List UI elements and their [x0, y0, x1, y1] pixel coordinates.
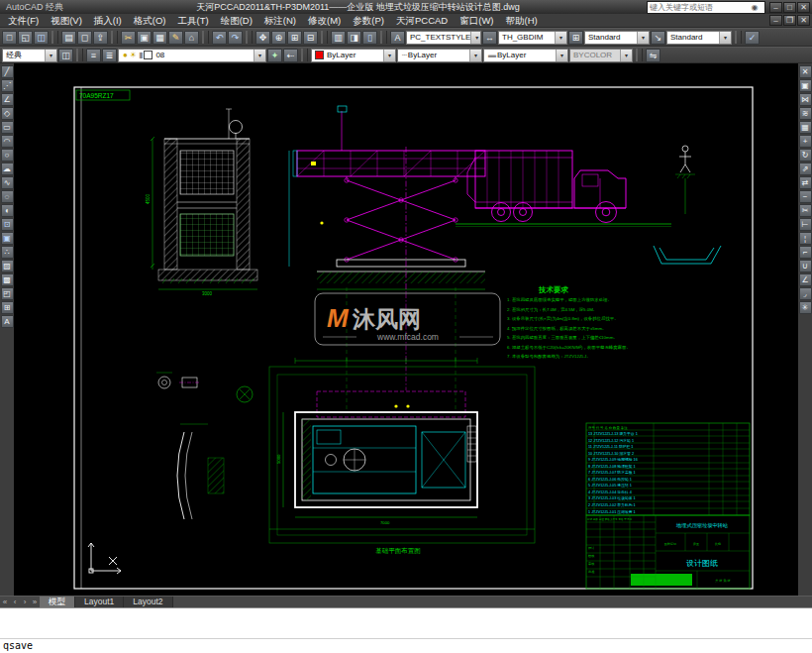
dim-plan-width[interactable]: 7000	[380, 520, 390, 525]
copy-icon[interactable]: ▣	[137, 31, 152, 45]
toolbar-grip[interactable]	[636, 49, 643, 61]
region-icon[interactable]: ◰	[1, 287, 14, 300]
tech-notes-title[interactable]: 技术要求	[538, 285, 569, 294]
layer-previous-icon[interactable]: ⇠	[283, 49, 298, 62]
markup-icon[interactable]: ✓	[745, 31, 760, 45]
join-icon[interactable]: ∪	[799, 260, 812, 272]
layer-freeze-icon[interactable]: ☀	[130, 51, 137, 59]
bom-row[interactable]: 6 JTZV12ZLJ-06 电控箱 1	[588, 477, 632, 482]
lengthen-icon[interactable]: −	[799, 190, 812, 203]
toolbar-grip[interactable]	[380, 31, 387, 44]
help-search-input[interactable]	[648, 3, 749, 12]
chevron-down-icon[interactable]: ▾	[383, 50, 395, 61]
dim-plan-depth[interactable]: 5000	[276, 454, 281, 464]
dim-style-icon[interactable]: ↔	[482, 31, 497, 45]
chevron-down-icon[interactable]: ▾	[719, 32, 731, 44]
toolbar-grip[interactable]	[76, 49, 83, 61]
linetype-combo[interactable]: ┄ ByLayer ▾	[397, 49, 482, 62]
zoom-window-icon[interactable]: ⊞	[287, 31, 302, 45]
chamfer-icon[interactable]: ∠	[799, 273, 812, 286]
weight-label[interactable]: 质量	[693, 542, 699, 546]
redo-icon[interactable]: ↷	[228, 31, 243, 45]
copy-object-icon[interactable]: ▣	[799, 79, 812, 92]
menu-item-format[interactable]: 格式(O)	[128, 14, 172, 28]
garbage-truck[interactable]	[456, 151, 671, 227]
bom-row[interactable]: 13 JTZV12ZLJ-13 提升平台 1	[588, 431, 638, 436]
detail-fittings[interactable]	[156, 373, 253, 402]
lineweight-combo[interactable]: ▬ ByLayer ▾	[483, 49, 568, 62]
layer-lock-icon[interactable]: ▮	[139, 51, 143, 59]
chevron-down-icon[interactable]: ▾	[254, 50, 265, 61]
close-button[interactable]: ✕	[797, 2, 810, 13]
bom-row[interactable]: 10 JTZV12ZLJ-10 排水管 2	[588, 451, 634, 456]
layer-properties-icon[interactable]: ≡	[86, 49, 101, 62]
toolbar-grip[interactable]	[735, 31, 742, 44]
polygon-icon[interactable]: ◇	[1, 107, 14, 120]
arc-icon[interactable]: ◠	[1, 135, 14, 148]
toolbar-grip[interactable]	[202, 31, 209, 44]
person-figure[interactable]	[675, 146, 695, 214]
chevron-down-icon[interactable]: ▾	[637, 32, 649, 44]
layer-combo[interactable]: ● ☀ ▮ 08 ▾	[118, 49, 266, 62]
minimize-button[interactable]: –	[769, 2, 782, 13]
tab-layout2[interactable]: Layout2	[124, 597, 172, 607]
menu-item-window[interactable]: 窗口(W)	[454, 14, 499, 28]
bom-row[interactable]: 3 JTZV12ZLJ-03 垃圾箱体 1	[588, 495, 636, 500]
make-layer-current-icon[interactable]: ✦	[267, 49, 282, 62]
tool-palettes-icon[interactable]: ▯	[362, 31, 377, 45]
bom-row[interactable]: 9 JTZV12ZLJ-09 地脚螺栓 16	[588, 457, 638, 462]
rectangle-icon[interactable]: ▭	[1, 121, 14, 134]
dim-elev-height[interactable]: 4500	[146, 193, 151, 204]
tech-note-line[interactable]: 3. 设备吊装尺寸(长×宽)为4m(含0.8m)，设备就位后找平。	[507, 316, 619, 322]
make-block-icon[interactable]: ▣	[1, 232, 14, 245]
chevron-down-icon[interactable]: ▾	[45, 50, 56, 61]
explode-icon[interactable]: ✳	[799, 301, 812, 314]
bom-table[interactable]: 序号 代 号 名 称 数量 备注 13 JTZV12ZLJ-13 提升平台 1 …	[586, 423, 750, 515]
extend-icon[interactable]: ⊢	[799, 218, 812, 231]
command-input[interactable]: qsave	[0, 639, 812, 653]
trim-icon[interactable]: ✂	[799, 204, 812, 217]
tech-note-line[interactable]: 5. 基坑内四壁垂直度：三面垂直测量，上下偏差≤10mm。	[507, 335, 618, 341]
doc-close-button[interactable]: ✕	[797, 15, 810, 26]
drawing-svg[interactable]: 70A95RZ17	[14, 63, 798, 596]
frame-label[interactable]: 70A95RZ17	[79, 92, 114, 99]
toolbar-grip[interactable]	[301, 49, 308, 61]
ellipse-arc-icon[interactable]: ◖	[1, 204, 14, 217]
pan-icon[interactable]: ✥	[255, 31, 270, 45]
layer-states-icon[interactable]: ≣	[102, 49, 117, 62]
menu-item-pccad[interactable]: 天河PCCAD	[390, 14, 454, 28]
mleader-style-icon[interactable]: ↘	[651, 31, 665, 45]
rotate-icon[interactable]: ↻	[799, 149, 812, 162]
menu-item-modify[interactable]: 修改(M)	[302, 14, 347, 28]
mleader-style-combo[interactable]: Standard ▾	[666, 31, 732, 45]
cut-icon[interactable]: ✂	[121, 31, 136, 45]
stage-label[interactable]: 阶段标记	[664, 542, 676, 546]
elevation-view[interactable]: 4500 3000	[146, 109, 257, 296]
scale-icon[interactable]: ⇗	[799, 163, 812, 175]
tech-note-line[interactable]: 4. 预埋件定位尺寸按图纸，标高误差不大于±5mm。	[507, 326, 606, 332]
tab-next-icon[interactable]: ›	[20, 597, 30, 607]
tech-note-line[interactable]: 1. 基坑四壁及底面须夯实整平，壁面上方做防水处理。	[507, 297, 612, 302]
plot-icon[interactable]: ▤	[61, 31, 76, 45]
command-history[interactable]	[0, 608, 812, 639]
block-editor-icon[interactable]: ⌂	[184, 31, 199, 45]
paste-icon[interactable]: ▦	[152, 31, 167, 45]
match-layer-icon[interactable]: ⇋	[646, 49, 660, 62]
doc-minimize-button[interactable]: –	[769, 15, 782, 26]
chevron-down-icon[interactable]: ▾	[470, 32, 481, 44]
offset-icon[interactable]: ≋	[799, 107, 812, 120]
toolbar-grip[interactable]	[51, 31, 58, 44]
doc-restore-button[interactable]: ❐	[783, 15, 796, 26]
tech-note-line[interactable]: 6. 混凝土标号不低于C20(fck=20KN/M²)，表面平整无蜂窝麻面。	[507, 345, 631, 351]
menu-item-insert[interactable]: 插入(I)	[88, 14, 128, 28]
hatch-icon[interactable]: ▨	[1, 260, 14, 272]
new-file-icon[interactable]: □	[2, 31, 17, 45]
tab-prev-icon[interactable]: ‹	[10, 597, 20, 607]
array-icon[interactable]: ▦	[799, 121, 812, 134]
tech-notes[interactable]: 技术要求 1. 基坑四壁及底面须夯实整平，壁面上方做防水处理。 2. 基坑的尺寸…	[507, 285, 631, 360]
move-icon[interactable]: +	[799, 135, 812, 148]
plan-caption[interactable]: 基础平面布置图	[375, 547, 421, 554]
line-icon[interactable]: ╱	[1, 65, 14, 78]
save-workspace-icon[interactable]: ◫	[58, 49, 73, 62]
field-approve[interactable]: 批准	[588, 570, 595, 574]
